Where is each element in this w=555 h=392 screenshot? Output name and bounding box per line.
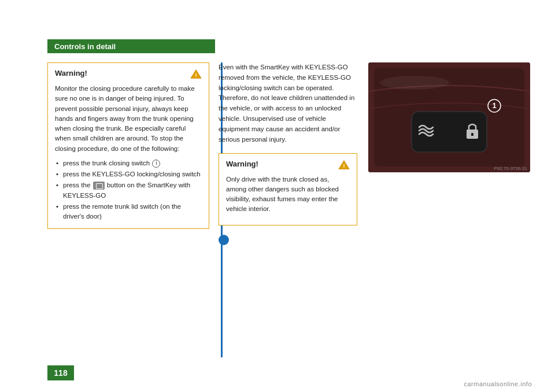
- switch-circle-icon: i: [152, 160, 160, 168]
- blue-dot-marker: [219, 235, 229, 245]
- section-title: Controls in detail: [54, 42, 116, 51]
- warning-title-1: Warning!: [55, 69, 87, 77]
- right-column: 1 P82.70-3726-31: [367, 62, 532, 357]
- middle-column: Even with the SmartKey with KEYLESS-GO r…: [219, 62, 357, 357]
- page-number: 118: [47, 365, 74, 380]
- warning-header-1: Warning! !: [55, 69, 202, 79]
- warning-triangle-icon-2: !: [338, 160, 350, 170]
- bullet-item-3: press the button on the SmartKey with KE…: [55, 180, 202, 201]
- svg-text:!: !: [343, 162, 345, 168]
- trunk-image: 1 P82.70-3726-31: [368, 62, 530, 172]
- warning-box-2: Warning! ! Only drive with the trunk clo…: [219, 153, 357, 225]
- warning-body-1: Monitor the closing procedure carefully …: [55, 84, 202, 154]
- main-content-area: Warning! ! Monitor the closing procedure…: [47, 62, 532, 357]
- bullet-item-4: press the remote trunk lid switch (on th…: [55, 202, 202, 222]
- warning-box-1: Warning! ! Monitor the closing procedure…: [47, 62, 209, 229]
- warning-header-2: Warning! !: [226, 160, 350, 170]
- warning-triangle-icon-1: !: [190, 69, 202, 79]
- trunk-svg-illustration: 1 P82.70-3726-31: [368, 62, 530, 172]
- middle-text: Even with the SmartKey with KEYLESS-GO r…: [219, 62, 357, 145]
- svg-rect-7: [471, 133, 473, 136]
- warning-body-2: Only drive with the trunk closed as, amo…: [226, 175, 350, 215]
- warning-title-2: Warning!: [226, 160, 258, 168]
- bullet-item-2: press the KEYLESS-GO locking/closing swi…: [55, 169, 202, 179]
- svg-text:!: !: [195, 72, 197, 78]
- page-number-text: 118: [54, 368, 67, 378]
- left-column: Warning! ! Monitor the closing procedure…: [47, 62, 209, 357]
- svg-point-11: [380, 76, 449, 90]
- section-header: Controls in detail: [47, 39, 215, 53]
- bullet-item-1: press the trunk closing switch i: [55, 158, 202, 168]
- svg-text:P82.70-3726-31: P82.70-3726-31: [494, 166, 528, 171]
- svg-text:1: 1: [492, 101, 496, 110]
- smartkey-button-icon: [93, 182, 105, 190]
- watermark: carmanualsonline.info: [464, 380, 532, 387]
- bullet-list-1: press the trunk closing switch i press t…: [55, 158, 202, 222]
